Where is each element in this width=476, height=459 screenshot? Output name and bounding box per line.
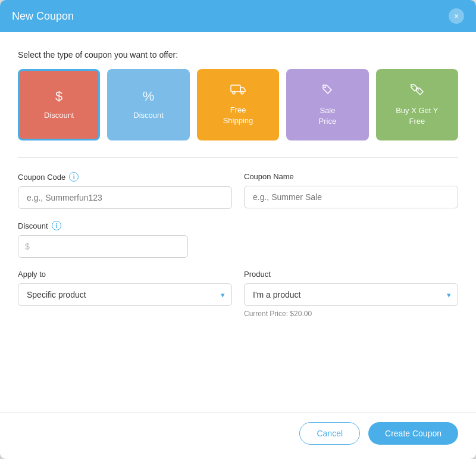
coupon-code-label: Coupon Code i [18,172,232,182]
cancel-button[interactable]: Cancel [299,422,360,445]
section-label: Select the type of coupon you want to of… [18,50,458,60]
discount-input-wrapper: $ [18,235,188,258]
coupon-name-group: Coupon Name [244,172,458,209]
coupon-type-percent-label: Discount [133,110,164,121]
coupon-name-label: Coupon Name [244,172,458,181]
coupon-type-sale-label: SalePrice [319,105,337,127]
coupon-code-group: Coupon Code i [18,172,232,209]
discount-row: Discount i $ [18,221,458,258]
svg-point-5 [418,89,419,90]
coupon-type-buy[interactable]: Buy X Get YFree [376,69,458,140]
coupon-type-sale[interactable]: SalePrice [286,69,368,140]
product-select-wrapper: I'm a product Another product ▾ [244,283,458,306]
dollar-prefix: $ [25,242,30,251]
apply-product-row: Apply to Specific product All products C… [18,270,458,318]
current-price-label: Current Price: $20.00 [244,310,458,318]
dollar-icon: $ [55,89,62,104]
shipping-icon [230,83,246,99]
svg-rect-0 [231,85,240,92]
coupon-type-shipping-label: FreeShipping [223,105,253,126]
percent-icon: % [143,89,155,104]
coupon-type-dollar-label: Discount [44,110,74,121]
close-button[interactable]: × [449,8,464,24]
new-coupon-modal: New Coupon × Select the type of coupon y… [0,0,476,459]
create-coupon-button[interactable]: Create Coupon [368,422,458,445]
discount-label: Discount i [18,221,188,230]
divider-1 [18,157,458,158]
buy-icon [409,83,425,99]
coupon-name-input[interactable] [244,186,458,208]
modal-header: New Coupon × [0,0,476,32]
modal-title: New Coupon [12,10,74,23]
svg-point-3 [324,86,326,88]
product-select[interactable]: I'm a product Another product [244,283,458,306]
product-label: Product [244,270,458,279]
discount-group: Discount i $ [18,221,188,258]
svg-point-2 [241,92,243,94]
coupon-type-buy-label: Buy X Get YFree [396,105,438,127]
apply-to-select[interactable]: Specific product All products Category [18,283,232,306]
svg-point-1 [233,92,235,94]
coupon-type-shipping[interactable]: FreeShipping [197,69,279,140]
apply-to-select-wrapper: Specific product All products Category ▾ [18,283,232,306]
modal-body: Select the type of coupon you want to of… [0,32,476,412]
coupon-code-info-icon[interactable]: i [69,172,79,182]
product-group: Product I'm a product Another product ▾ … [244,270,458,318]
coupon-type-percent[interactable]: % Discount [107,69,189,140]
discount-input[interactable] [18,235,188,258]
coupon-code-name-row: Coupon Code i Coupon Name [18,172,458,209]
modal-footer: Cancel Create Coupon [0,412,476,459]
svg-point-4 [412,86,414,87]
apply-to-label: Apply to [18,270,232,279]
coupon-type-selector: $ Discount % Discount FreeShipping [18,69,458,140]
coupon-code-input[interactable] [18,186,232,209]
apply-to-group: Apply to Specific product All products C… [18,270,232,318]
discount-info-icon[interactable]: i [52,221,61,230]
sale-icon [321,83,334,99]
coupon-type-dollar[interactable]: $ Discount [18,69,100,140]
